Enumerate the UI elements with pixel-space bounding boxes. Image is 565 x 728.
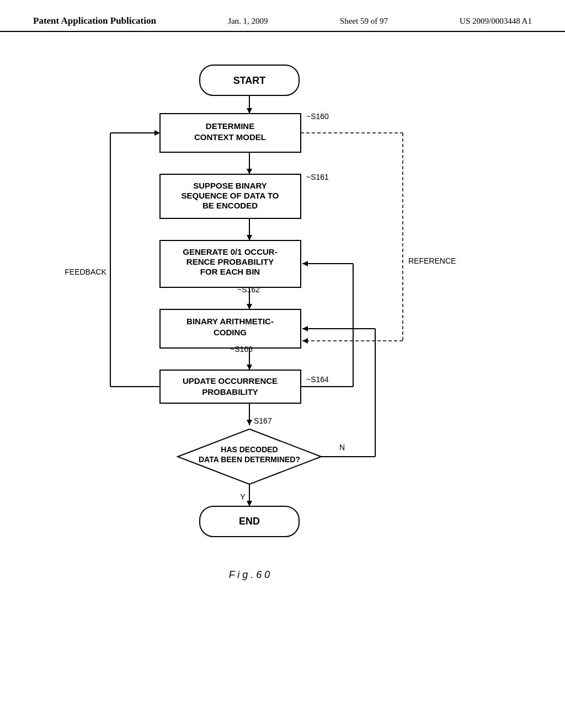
s161-line2: SEQUENCE OF DATA TO <box>182 191 279 200</box>
patent-number: US 2009/0003448 A1 <box>460 17 532 26</box>
feedback-label: FEEDBACK <box>65 267 106 276</box>
publication-date: Jan. 1, 2009 <box>228 17 268 26</box>
svg-marker-27 <box>302 261 308 266</box>
svg-rect-19 <box>160 370 301 403</box>
y-label: Y <box>240 493 246 501</box>
svg-marker-12 <box>247 235 252 240</box>
s160-line2: CONTEXT MODEL <box>194 132 266 142</box>
s160-line1: DETERMINE <box>206 121 254 131</box>
svg-marker-36 <box>247 501 252 506</box>
s167-line1: HAS DECODED <box>221 445 278 454</box>
s162-line2: RENCE PROBABILITY <box>186 257 274 266</box>
figure-caption: F i g . 6 0 <box>229 569 270 580</box>
flowchart-svg: START DETERMINE CONTEXT MODEL ~S160 REFE… <box>0 32 565 716</box>
s167-label: S167 <box>254 416 272 425</box>
svg-marker-15 <box>247 304 252 309</box>
svg-marker-2 <box>247 108 252 114</box>
s162-label: ~S162 <box>237 285 260 294</box>
s166-line2: CODING <box>214 328 247 337</box>
publication-title: Patent Application Publication <box>33 15 156 26</box>
s161-label: ~S161 <box>306 173 329 181</box>
start-label: START <box>233 75 266 86</box>
svg-marker-29 <box>247 420 252 425</box>
s161-line3: BE ENCODED <box>202 201 258 210</box>
s162-line1: GENERATE 0/1 OCCUR- <box>183 247 277 256</box>
s161-line1: SUPPOSE BINARY <box>193 181 267 190</box>
svg-marker-7 <box>302 338 308 344</box>
s164-label: ~S164 <box>306 375 329 384</box>
sheet-info: Sheet 59 of 97 <box>340 17 388 26</box>
end-label: END <box>239 516 260 527</box>
s166-line1: BINARY ARITHMETIC- <box>186 317 274 326</box>
reference-label: REFERENCE <box>408 256 456 265</box>
s162-line3: FOR EACH BIN <box>200 267 260 276</box>
s160-label: ~S160 <box>306 112 329 121</box>
diagram-area: START DETERMINE CONTEXT MODEL ~S160 REFE… <box>0 32 565 716</box>
page-header: Patent Application Publication Jan. 1, 2… <box>0 0 565 32</box>
svg-marker-23 <box>154 130 160 136</box>
svg-marker-18 <box>247 365 252 370</box>
n-label: N <box>339 443 345 452</box>
s164-line2: PROBABILITY <box>202 387 258 397</box>
svg-marker-34 <box>302 326 308 331</box>
s167-line2: DATA BEEN DETERMINED? <box>199 455 300 464</box>
svg-marker-9 <box>247 169 252 174</box>
s164-line1: UPDATE OCCURRENCE <box>183 376 278 386</box>
